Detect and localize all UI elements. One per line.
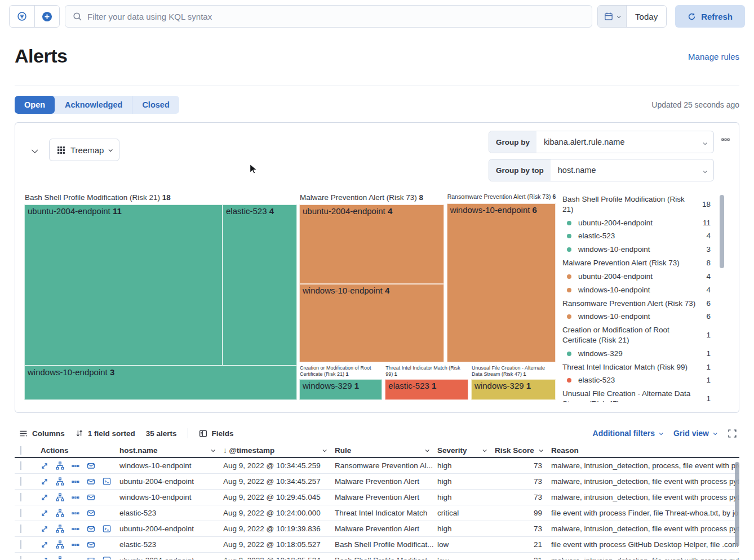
more-icon[interactable] (72, 509, 79, 517)
treemap-tile-label: ubuntu-2004-endpoint 11 (25, 205, 125, 217)
analyzer-icon[interactable] (56, 540, 64, 549)
header-timestamp[interactable]: ↓ @timestamp (222, 446, 334, 455)
row-checkbox[interactable] (20, 556, 21, 559)
treemap-tile[interactable]: windows-10-endpoint 3 (24, 366, 297, 400)
legend-item[interactable]: Bash Shell Profile Modification (Risk 21… (562, 193, 711, 216)
legend-scrollbar[interactable] (720, 195, 724, 268)
treemap-tile[interactable]: windows-10-endpoint 6 (447, 203, 556, 362)
expand-icon[interactable] (41, 557, 48, 560)
kql-search-input[interactable] (87, 12, 584, 21)
add-filter-button[interactable] (34, 6, 59, 27)
legend-item[interactable]: windows-3291 (562, 347, 711, 361)
analyzer-icon[interactable] (56, 509, 64, 517)
more-icon[interactable] (72, 478, 79, 486)
analyzer-icon[interactable] (56, 525, 64, 533)
host-cell: ubuntu-2004-endpoint (118, 525, 222, 533)
expand-icon[interactable] (41, 494, 48, 501)
saved-query-menu-button[interactable] (10, 6, 34, 27)
analyzer-icon[interactable] (56, 477, 64, 486)
envelope-icon[interactable] (87, 461, 95, 470)
reason-cell: malware, intrusion_detection, file event… (550, 556, 739, 559)
status-tab-closed[interactable]: Closed (132, 96, 179, 114)
more-icon[interactable] (72, 557, 79, 560)
select-all-checkbox[interactable] (20, 446, 21, 455)
refresh-button[interactable]: Refresh (675, 5, 745, 28)
date-picker-button[interactable] (598, 6, 626, 27)
treemap-tile[interactable]: windows-10-endpoint 4 (299, 284, 444, 362)
chart-more-actions-button[interactable] (721, 135, 730, 144)
legend-item[interactable]: ubuntu-2004-endpoint4 (562, 270, 711, 283)
legend-item[interactable]: Creation or Modification of Root Certifi… (562, 323, 711, 347)
expand-icon[interactable] (41, 478, 48, 486)
analyzer-icon[interactable] (56, 556, 64, 559)
expand-icon[interactable] (41, 462, 48, 470)
row-checkbox[interactable] (20, 509, 21, 517)
legend-item[interactable]: Ransomware Prevention Alert (Risk 73)6 (562, 297, 711, 310)
row-checkbox[interactable] (20, 540, 21, 549)
envelope-icon[interactable] (87, 477, 95, 486)
additional-filters-button[interactable]: Additional filters (593, 429, 662, 438)
legend-item[interactable]: ubuntu-2004-endpoint11 (562, 216, 711, 230)
timestamp-cell: Aug 9, 2022 @ 10:18:05.527 (222, 540, 334, 549)
manage-rules-link[interactable]: Manage rules (688, 52, 739, 61)
envelope-icon[interactable] (87, 493, 95, 501)
terminal-icon[interactable] (103, 556, 111, 559)
row-checkbox[interactable] (20, 493, 21, 501)
row-checkbox[interactable] (20, 525, 21, 533)
fullscreen-button[interactable] (728, 429, 737, 438)
group-by-select[interactable]: Group by kibana.alert.rule.name (489, 131, 714, 153)
status-tab-open[interactable]: Open (15, 96, 55, 114)
severity-cell: critical (436, 509, 494, 517)
today-button[interactable]: Today (626, 6, 666, 27)
more-icon[interactable] (72, 525, 79, 533)
kql-search-bar[interactable] (65, 5, 592, 28)
grid-view-button[interactable]: Grid view (673, 429, 716, 438)
legend-item[interactable]: Unusual File Creation - Alternate Data S… (562, 387, 711, 402)
fields-button[interactable]: Fields (199, 429, 234, 438)
chart-view-select[interactable]: Treemap (49, 139, 119, 161)
envelope-icon[interactable] (87, 540, 95, 549)
collapse-chart-button[interactable] (32, 146, 37, 154)
more-icon[interactable] (72, 462, 79, 470)
row-checkbox[interactable] (20, 477, 21, 486)
header-host-name[interactable]: host.name (118, 446, 222, 455)
more-icon[interactable] (72, 494, 79, 501)
legend-item[interactable]: windows-10-endpoint6 (562, 310, 711, 323)
expand-icon[interactable] (41, 525, 48, 533)
treemap-tile[interactable]: elastic-523 1 (385, 379, 468, 400)
legend-item[interactable]: elastic-5234 (562, 229, 711, 243)
columns-button[interactable]: Columns (19, 429, 65, 438)
status-filter-row: Open Acknowledged Closed Updated 25 seco… (15, 96, 739, 114)
table-scrollbar[interactable] (735, 462, 739, 546)
analyzer-icon[interactable] (56, 461, 64, 470)
legend-item[interactable]: windows-10-endpoint4 (562, 283, 711, 297)
envelope-icon[interactable] (87, 509, 95, 517)
treemap-tile[interactable]: windows-329 1 (299, 379, 382, 400)
header-severity[interactable]: Severity (436, 446, 494, 455)
treemap-tile[interactable]: elastic-523 4 (223, 205, 297, 366)
legend-item[interactable]: elastic-5231 (562, 374, 711, 387)
sort-fields-button[interactable]: 1 field sorted (76, 429, 135, 438)
envelope-icon[interactable] (87, 556, 95, 559)
analyzer-icon[interactable] (56, 493, 64, 501)
terminal-icon[interactable] (103, 525, 111, 533)
legend-item[interactable]: windows-10-endpoint3 (562, 243, 711, 256)
row-checkbox[interactable] (20, 461, 21, 470)
terminal-icon[interactable] (103, 477, 111, 486)
legend-item-label: windows-329 (562, 349, 623, 359)
treemap-group: Ransomware Prevention Alert (Risk 73) 6w… (447, 193, 556, 362)
legend-item[interactable]: Threat Intel Indicator Match (Risk 99)1 (562, 361, 711, 374)
group-by-top-select[interactable]: Group by top host.name (489, 159, 714, 181)
treemap-tile[interactable]: ubuntu-2004-endpoint 4 (299, 205, 444, 284)
envelope-icon[interactable] (87, 525, 95, 533)
expand-icon[interactable] (41, 541, 48, 549)
expand-icon[interactable] (41, 509, 48, 517)
treemap-tile[interactable]: windows-329 1 (471, 379, 556, 400)
header-risk-score[interactable]: Risk Score (494, 446, 550, 455)
status-tab-acknowledged[interactable]: Acknowledged (55, 96, 132, 114)
more-icon[interactable] (72, 541, 79, 549)
treemap-tile[interactable]: ubuntu-2004-endpoint 11 (24, 205, 223, 366)
legend-item[interactable]: Malware Prevention Alert (Risk 73)8 (562, 256, 711, 270)
treemap-tile-label: windows-329 1 (472, 380, 534, 392)
header-rule[interactable]: Rule (334, 446, 436, 455)
